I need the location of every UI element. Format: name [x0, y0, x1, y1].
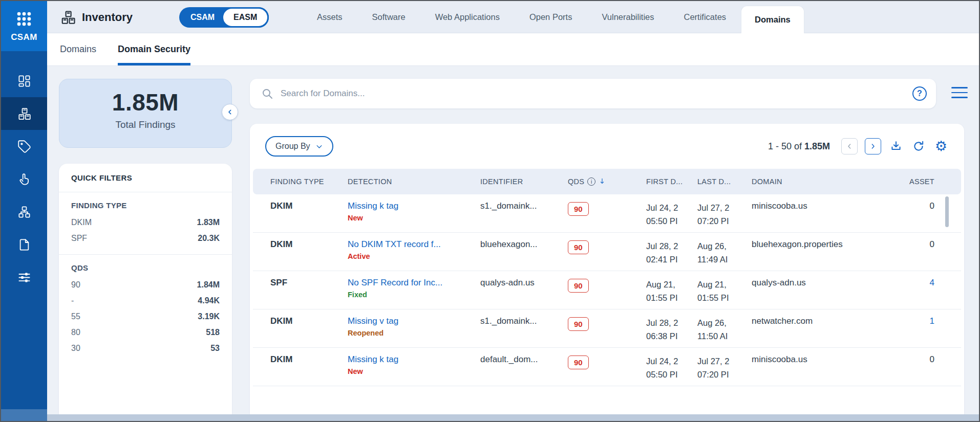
- sidebar-item-hierarchy[interactable]: [1, 195, 47, 228]
- filter-item[interactable]: 30 53: [71, 340, 220, 356]
- sidebar-item-dashboard[interactable]: [1, 64, 47, 97]
- sidebar-item-actions[interactable]: [1, 163, 47, 195]
- col-identifier[interactable]: IDENTIFIER: [480, 177, 568, 186]
- app-logo[interactable]: CSAM: [1, 1, 47, 51]
- col-first-detected[interactable]: FIRST D...: [646, 177, 697, 186]
- qds-score-badge: 90: [568, 356, 589, 369]
- sidebar-item-tags[interactable]: [1, 130, 47, 163]
- filter-item[interactable]: DKIM 1.83M: [71, 214, 220, 230]
- sort-desc-icon[interactable]: [599, 177, 606, 187]
- table-row[interactable]: SPF No SPF Record for Inc... Fixed qualy…: [253, 271, 961, 309]
- subtab-domains[interactable]: Domains: [60, 33, 96, 65]
- asset-count-cell[interactable]: 0: [905, 239, 934, 250]
- first-detected-cell: Jul 28, 2 06:38 PI: [646, 316, 697, 343]
- chevron-right-icon: [869, 142, 877, 150]
- subtab-domain-security[interactable]: Domain Security: [118, 33, 190, 65]
- hierarchy-icon: [17, 205, 31, 219]
- tab-open-ports[interactable]: Open Ports: [515, 1, 587, 33]
- detection-cell: Missing k tag New: [348, 201, 480, 222]
- refresh-button[interactable]: [911, 139, 926, 154]
- asset-count-cell[interactable]: 0: [905, 201, 934, 211]
- chevron-left-icon: [845, 142, 854, 150]
- chevron-left-icon: [226, 108, 234, 116]
- col-asset[interactable]: ASSET: [905, 177, 934, 186]
- toggle-csam-label[interactable]: CSAM: [190, 13, 215, 22]
- vertical-scrollbar-thumb[interactable]: [945, 196, 949, 227]
- time-line: 07:20 PI: [697, 368, 752, 381]
- col-domain[interactable]: DOMAIN: [752, 177, 905, 186]
- table-settings-button[interactable]: ⚙: [933, 139, 949, 154]
- csam-easm-toggle[interactable]: CSAM EASM: [179, 7, 269, 28]
- date-line: Aug 21,: [646, 278, 697, 291]
- filter-item[interactable]: - 4.94K: [71, 293, 220, 308]
- col-finding-type[interactable]: FINDING TYPE: [270, 177, 348, 186]
- qds-cell: 90: [568, 354, 646, 369]
- tab-certificates[interactable]: Certificates: [669, 1, 741, 33]
- table-row[interactable]: DKIM Missing k tag New default._dom... 9…: [253, 348, 961, 386]
- time-line: 06:38 PI: [646, 329, 697, 343]
- filter-count: 3.19K: [198, 312, 220, 321]
- sidebar-item-settings[interactable]: [1, 261, 47, 294]
- detection-link[interactable]: Missing v tag: [348, 316, 480, 326]
- tab-domains[interactable]: Domains: [741, 6, 804, 33]
- table-row[interactable]: DKIM No DKIM TXT record f... Active blue…: [253, 233, 961, 271]
- app-logo-label: CSAM: [11, 32, 37, 42]
- app-grid-icon: [15, 10, 33, 28]
- total-findings-label: Total Findings: [59, 119, 231, 130]
- last-detected-cell: Jul 27, 2 07:20 PI: [697, 201, 752, 228]
- asset-count-cell[interactable]: 0: [905, 354, 934, 365]
- date-line: Aug 21,: [697, 278, 752, 291]
- search-input[interactable]: [281, 88, 912, 99]
- download-button[interactable]: [888, 139, 904, 154]
- qds-score-badge: 90: [568, 279, 589, 293]
- sub-nav: Domains Domain Security: [47, 33, 979, 66]
- table-row[interactable]: DKIM Missing k tag New s1._domaink... 90…: [253, 194, 961, 233]
- time-line: 05:50 PI: [646, 368, 697, 381]
- info-icon[interactable]: i: [587, 177, 595, 186]
- filter-item[interactable]: 80 518: [71, 324, 220, 340]
- detection-link[interactable]: No SPF Record for Inc...: [348, 278, 480, 288]
- filter-label: SPF: [71, 234, 87, 243]
- menu-icon[interactable]: [951, 87, 968, 98]
- toggle-easm-label[interactable]: EASM: [222, 7, 269, 28]
- qds-score-badge: 90: [568, 202, 589, 216]
- domain-cell: netwatcher.com: [752, 316, 905, 326]
- tab-vulnerabilities[interactable]: Vulnerabilities: [587, 1, 669, 33]
- time-line: 01:55 PI: [646, 291, 697, 304]
- asset-count-cell[interactable]: 4: [905, 278, 934, 288]
- filter-section-finding-type: FINDING TYPE DKIM 1.83M SPF 20.3K: [59, 192, 232, 255]
- filter-item[interactable]: SPF 20.3K: [71, 230, 220, 246]
- sidebar-item-inventory[interactable]: [1, 97, 47, 130]
- detection-link[interactable]: No DKIM TXT record f...: [348, 239, 480, 250]
- qds-cell: 90: [568, 239, 646, 254]
- next-page-button[interactable]: [865, 138, 881, 154]
- finding-type-cell: SPF: [270, 278, 348, 288]
- identifier-cell: s1._domaink...: [480, 201, 568, 211]
- detection-link[interactable]: Missing k tag: [348, 201, 480, 211]
- sidebar-item-reports[interactable]: [1, 228, 47, 261]
- time-line: 01:55 PI: [697, 291, 752, 304]
- help-icon[interactable]: ?: [912, 86, 927, 101]
- asset-count-cell[interactable]: 1: [905, 316, 934, 326]
- col-qds[interactable]: QDS i: [568, 177, 646, 187]
- table-row[interactable]: DKIM Missing v tag Reopened s1._domaink.…: [253, 309, 961, 348]
- prev-page-button[interactable]: [841, 138, 858, 154]
- detection-link[interactable]: Missing k tag: [348, 354, 480, 365]
- tab-assets[interactable]: Assets: [302, 1, 357, 33]
- horizontal-scrollbar[interactable]: [47, 414, 979, 421]
- first-detected-cell: Jul 24, 2 05:50 PI: [646, 201, 697, 228]
- time-line: 02:41 PI: [646, 253, 697, 266]
- filter-count: 518: [206, 328, 220, 337]
- col-detection[interactable]: DETECTION: [348, 177, 480, 186]
- col-last-detected[interactable]: LAST D...: [697, 177, 752, 186]
- table-header-row: FINDING TYPE DETECTION IDENTIFIER QDS i …: [253, 169, 961, 194]
- filter-item[interactable]: 90 1.84M: [71, 277, 220, 293]
- qds-cell: 90: [568, 201, 646, 216]
- filter-count: 4.94K: [198, 296, 220, 305]
- finding-type-cell: DKIM: [270, 239, 348, 250]
- group-by-button[interactable]: Group By: [265, 136, 333, 157]
- tab-software[interactable]: Software: [357, 1, 420, 33]
- tab-web-applications[interactable]: Web Applications: [420, 1, 515, 33]
- collapse-panel-button[interactable]: [222, 104, 238, 120]
- filter-item[interactable]: 55 3.19K: [71, 308, 220, 324]
